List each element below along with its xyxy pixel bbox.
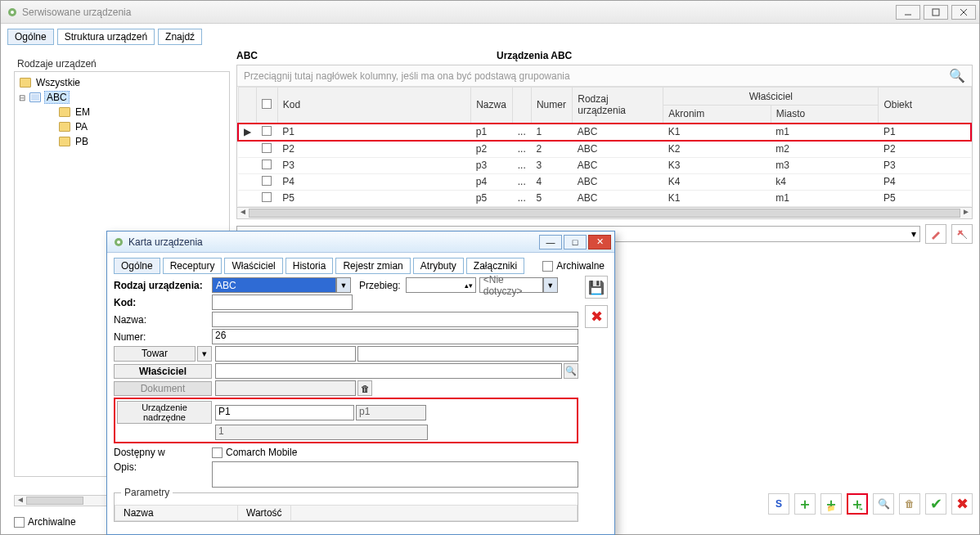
label-kod: Kod: xyxy=(114,297,212,308)
tab-struktura[interactable]: Struktura urządzeń xyxy=(57,29,155,45)
przebieg-spinner[interactable]: ▴▾ xyxy=(406,277,476,293)
numer-field[interactable]: 26 xyxy=(212,329,578,344)
dlg-tab-rejestr[interactable]: Rejestr zmian xyxy=(335,258,410,274)
param-col-wartosc[interactable]: Wartość xyxy=(238,506,291,520)
col-miasto[interactable]: Miasto xyxy=(771,106,879,124)
opis-textarea[interactable] xyxy=(212,461,578,488)
filter-clear-button[interactable] xyxy=(951,224,973,244)
dlg-tab-historia[interactable]: Historia xyxy=(285,258,334,274)
nadrzedne-button[interactable]: Urządzenie nadrzędne xyxy=(117,401,212,424)
towar-button[interactable]: Towar xyxy=(114,346,196,362)
tree-node-em[interactable]: EM xyxy=(18,105,226,119)
dlg-tab-wlasciciel[interactable]: Właściciel xyxy=(224,258,282,274)
row-checkbox[interactable] xyxy=(262,126,272,136)
toolbar-delete-button[interactable]: 🗑 xyxy=(899,493,920,515)
table-row[interactable]: P5p5...5ABCK1m1P5 xyxy=(238,190,971,206)
tree-node-pa[interactable]: PA xyxy=(18,119,226,134)
svg-rect-3 xyxy=(933,9,939,16)
dialog-save-button[interactable]: 💾 xyxy=(585,276,608,299)
groupby-bar[interactable]: Przeciągnij tutaj nagłówek kolumny, jeśl… xyxy=(237,65,972,87)
toolbar-cancel-button[interactable]: ✖ xyxy=(951,493,973,515)
grid-hscroll[interactable] xyxy=(236,208,973,219)
row-checkbox[interactable] xyxy=(262,192,272,202)
towar-dropdown-button[interactable]: ▾ xyxy=(197,346,212,362)
label-opis: Opis: xyxy=(114,461,212,473)
param-col-nazwa[interactable]: Nazwa xyxy=(115,506,238,520)
toolbar-ok-button[interactable]: ✔ xyxy=(925,493,946,515)
main-maximize-button[interactable] xyxy=(924,5,948,20)
magnifier-icon: 🔍 xyxy=(878,498,890,510)
filter-edit-button[interactable] xyxy=(925,224,946,244)
main-titlebar[interactable]: Serwisowane urządzenia xyxy=(1,1,979,24)
towar-name-field[interactable] xyxy=(357,346,578,362)
main-tabs: Ogólne Struktura urządzeń Znajdź xyxy=(1,24,979,50)
device-card-dialog: Karta urządzenia — □ ✕ Ogólne Receptury … xyxy=(106,231,615,535)
main-close-button[interactable] xyxy=(951,5,976,20)
col-akronim[interactable]: Akronim xyxy=(663,106,771,124)
wlasciciel-button[interactable]: Właściciel xyxy=(114,364,212,379)
tree-root[interactable]: Wszystkie xyxy=(18,75,226,90)
dialog-maximize-button[interactable]: □ xyxy=(564,235,587,250)
floppy-icon: 💾 xyxy=(588,280,605,295)
row-checkbox[interactable] xyxy=(262,176,272,186)
toolbar-s-button[interactable]: S xyxy=(768,493,789,515)
kod-field[interactable] xyxy=(212,294,353,310)
tab-ogolne[interactable]: Ogólne xyxy=(7,29,54,45)
toolbar-add-folder-button[interactable]: ＋📁 xyxy=(820,493,842,515)
comarch-checkbox[interactable] xyxy=(212,447,223,458)
tab-znajdz[interactable]: Znajdź xyxy=(158,29,202,45)
dokument-button[interactable]: Dokument xyxy=(114,381,212,396)
col-numer[interactable]: Numer xyxy=(531,88,572,124)
col-rodzaj[interactable]: Rodzaj urządzenia xyxy=(573,88,663,124)
parametry-box: Parametry Nazwa Wartość xyxy=(114,492,578,522)
nazwa-field[interactable] xyxy=(212,312,578,327)
dlg-tab-ogolne[interactable]: Ogólne xyxy=(114,258,160,274)
dialog-titlebar[interactable]: Karta urządzenia — □ ✕ xyxy=(107,232,614,253)
main-title: Serwisowane urządzenia xyxy=(22,7,131,18)
dokument-delete-button[interactable]: 🗑 xyxy=(357,380,372,396)
table-row[interactable]: ▶P1p1...1ABCK1m1P1 xyxy=(238,124,971,141)
dialog-minimize-button[interactable]: — xyxy=(539,235,562,250)
dokument-field xyxy=(215,380,356,396)
tree-node-abc[interactable]: ⊟ ABC xyxy=(18,90,226,105)
col-kod[interactable]: Kod xyxy=(277,88,470,124)
label-nazwa: Nazwa: xyxy=(114,314,212,326)
rodzaj-combobox[interactable]: ABC ▼ xyxy=(212,277,351,293)
chevron-down-icon[interactable]: ▼ xyxy=(543,277,558,293)
towar-code-field[interactable] xyxy=(215,346,356,362)
toolbar-add-button[interactable]: ＋ xyxy=(794,493,816,515)
row-checkbox[interactable] xyxy=(262,160,272,169)
chevron-down-icon[interactable]: ▼ xyxy=(336,277,351,293)
dialog-archiwalne-checkbox[interactable]: Archiwalne xyxy=(542,260,605,272)
dialog-cancel-button[interactable]: ✖ xyxy=(585,305,608,328)
col-owner[interactable]: Właściciel xyxy=(663,88,879,106)
devices-grid[interactable]: Przeciągnij tutaj nagłówek kolumny, jeśl… xyxy=(236,65,973,208)
collapse-icon[interactable]: ⊟ xyxy=(18,93,26,102)
nadrzedne-code-field[interactable]: P1 xyxy=(215,405,354,420)
table-row[interactable]: P3p3...3ABCK3m3P3 xyxy=(238,157,971,173)
dialog-close-button[interactable]: ✕ xyxy=(588,235,611,250)
dlg-tab-zalaczniki[interactable]: Załączniki xyxy=(466,258,524,274)
main-minimize-button[interactable] xyxy=(896,5,920,20)
table-row[interactable]: P4p4...4ABCK4k4P4 xyxy=(238,173,971,190)
toolbar-add-copy-button[interactable]: ＋↳ xyxy=(847,493,868,515)
x-icon: ✖ xyxy=(956,495,969,513)
label-rodzaj: Rodzaj urządzenia: xyxy=(114,280,212,291)
wlasciciel-lookup-button[interactable]: 🔍 xyxy=(564,363,578,379)
label-numer: Numer: xyxy=(114,331,212,343)
col-nazwa[interactable]: Nazwa xyxy=(471,88,513,124)
dlg-tab-atrybuty[interactable]: Atrybuty xyxy=(413,258,464,274)
dlg-tab-receptury[interactable]: Receptury xyxy=(163,258,223,274)
wlasciciel-field[interactable] xyxy=(215,363,562,379)
archiwalne-checkbox[interactable]: Archiwalne xyxy=(14,516,76,528)
toolbar-search-button[interactable]: 🔍 xyxy=(873,493,894,515)
svg-point-1 xyxy=(11,11,14,14)
table-row[interactable]: P2p2...2ABCK2m2P2 xyxy=(238,141,971,158)
select-all-checkbox[interactable] xyxy=(262,99,272,109)
przebieg-unit-combobox[interactable]: <Nie dotyczy> ▼ xyxy=(479,277,558,293)
search-icon[interactable]: 🔍 xyxy=(949,68,965,83)
label-przebieg: Przebieg: xyxy=(359,280,406,291)
row-checkbox[interactable] xyxy=(262,143,272,153)
col-obiekt[interactable]: Obiekt xyxy=(879,88,971,124)
tree-node-pb[interactable]: PB xyxy=(18,134,226,149)
